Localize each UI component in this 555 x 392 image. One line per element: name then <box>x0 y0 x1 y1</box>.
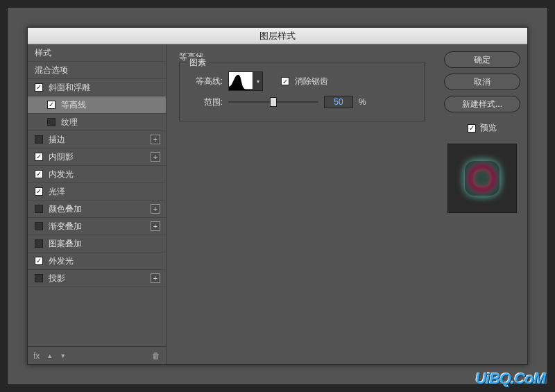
trash-icon[interactable]: 🗑 <box>152 351 160 361</box>
style-checkbox[interactable] <box>35 170 43 178</box>
sidebar-item-3[interactable]: 描边+ <box>28 131 166 148</box>
sidebar-item-2[interactable]: 纹理 <box>28 114 166 131</box>
chevron-down-icon[interactable]: ▾ <box>253 71 263 91</box>
style-checkbox[interactable] <box>35 239 43 248</box>
sidebar-item-6[interactable]: 光泽 <box>28 183 166 201</box>
sidebar-item-4[interactable]: 内阴影+ <box>28 148 166 166</box>
contour-picker[interactable]: ▾ <box>228 71 263 91</box>
style-checkbox[interactable] <box>35 274 43 282</box>
sidebar-item-label: 等高线 <box>61 99 86 111</box>
plus-icon[interactable]: + <box>151 152 160 162</box>
contour-label: 等高线: <box>189 76 223 87</box>
sidebar-item-label: 混合选项 <box>35 65 68 76</box>
ok-button[interactable]: 确定 <box>444 51 520 68</box>
range-label: 范围: <box>189 96 223 108</box>
sidebar-item-label: 外发光 <box>49 255 74 267</box>
contour-group: 图素 等高线: ▾ 消除锯齿 范围: <box>179 62 425 121</box>
sidebar-item-label: 渐变叠加 <box>49 221 82 232</box>
style-checkbox[interactable] <box>35 222 43 230</box>
new-style-button[interactable]: 新建样式... <box>444 96 520 112</box>
sidebar-item-label: 纹理 <box>61 117 78 128</box>
range-input[interactable]: 50 <box>324 96 353 108</box>
style-checkbox[interactable] <box>35 83 43 92</box>
preview-checkbox[interactable] <box>468 124 476 133</box>
fx-icon[interactable]: fx <box>33 351 40 361</box>
dialog-buttons: 确定 取消 新建样式... 预览 <box>437 44 527 364</box>
sidebar-item-label: 斜面和浮雕 <box>49 82 90 94</box>
sidebar-item-label: 光泽 <box>49 186 65 198</box>
range-unit: % <box>359 97 366 107</box>
sidebar-item-11[interactable]: 投影+ <box>28 270 166 287</box>
style-checkbox[interactable] <box>35 135 43 144</box>
sidebar-item-label: 图案叠加 <box>49 238 82 250</box>
sidebar-header-style[interactable]: 样式 <box>28 44 166 62</box>
styles-sidebar: 样式混合选项斜面和浮雕等高线纹理描边+内阴影+内发光光泽颜色叠加+渐变叠加+图案… <box>28 44 166 364</box>
style-checkbox[interactable] <box>35 187 43 196</box>
sidebar-item-7[interactable]: 颜色叠加+ <box>28 201 166 218</box>
plus-icon[interactable]: + <box>151 221 160 231</box>
settings-panel: 等高线 图素 等高线: ▾ 消除锯齿 范围: <box>166 44 437 364</box>
sidebar-item-0[interactable]: 斜面和浮雕 <box>28 79 166 96</box>
sidebar-item-label: 内发光 <box>49 169 74 180</box>
sidebar-item-1[interactable]: 等高线 <box>28 96 166 114</box>
sidebar-header-blend[interactable]: 混合选项 <box>28 62 166 79</box>
sidebar-item-label: 样式 <box>35 47 51 59</box>
cancel-button[interactable]: 取消 <box>444 74 520 90</box>
sidebar-item-8[interactable]: 渐变叠加+ <box>28 218 166 235</box>
sidebar-item-label: 描边 <box>49 134 65 146</box>
plus-icon[interactable]: + <box>151 273 160 283</box>
sidebar-item-10[interactable]: 外发光 <box>28 253 166 270</box>
dialog-title: 图层样式 <box>28 28 527 44</box>
style-checkbox[interactable] <box>35 205 43 213</box>
arrow-up-icon[interactable]: ▲ <box>46 352 53 359</box>
sidebar-item-label: 内阴影 <box>49 151 74 163</box>
sidebar-item-label: 颜色叠加 <box>49 203 82 215</box>
sidebar-footer: fx ▲ ▼ 🗑 <box>28 346 166 364</box>
style-checkbox[interactable] <box>47 101 56 109</box>
arrow-down-icon[interactable]: ▼ <box>60 352 66 359</box>
sidebar-item-5[interactable]: 内发光 <box>28 166 166 183</box>
antialias-label: 消除锯齿 <box>295 76 328 87</box>
plus-icon[interactable]: + <box>151 135 160 144</box>
preview-box <box>447 144 517 213</box>
watermark: UiBQ.CoM <box>475 370 545 388</box>
style-checkbox[interactable] <box>35 153 43 161</box>
sidebar-item-label: 投影 <box>49 273 65 284</box>
sidebar-item-9[interactable]: 图案叠加 <box>28 235 166 253</box>
style-checkbox[interactable] <box>35 257 43 265</box>
preview-label: 预览 <box>480 122 497 134</box>
group-title: 图素 <box>187 57 209 69</box>
antialias-checkbox[interactable] <box>281 77 289 85</box>
range-slider[interactable] <box>228 95 318 109</box>
plus-icon[interactable]: + <box>151 204 160 214</box>
style-checkbox[interactable] <box>47 118 56 126</box>
contour-thumb[interactable] <box>228 71 253 91</box>
layer-style-dialog: 图层样式 样式混合选项斜面和浮雕等高线纹理描边+内阴影+内发光光泽颜色叠加+渐变… <box>27 27 528 365</box>
